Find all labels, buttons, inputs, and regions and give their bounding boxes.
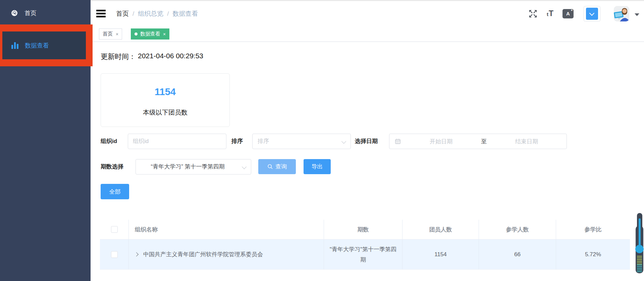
- tag-home[interactable]: 首页 ×: [99, 28, 122, 40]
- column-period: 期数: [324, 220, 402, 239]
- sidebar-item-home[interactable]: 首页: [0, 5, 91, 21]
- member-count-label: 本级以下团员数: [101, 108, 229, 117]
- data-table: 组织名称 期数 团员人数 参学人数 参学比 中国共产主义青年团广州软件学院管理系…: [100, 220, 630, 270]
- table-row[interactable]: 中国共产主义青年团广州软件学院管理系委员会 "青年大学习"第十一季第四期 115…: [100, 239, 630, 270]
- breadcrumb-separator: /: [167, 10, 169, 17]
- tag-home-label: 首页: [103, 31, 113, 37]
- org-id-label: 组织id: [101, 134, 117, 149]
- sidebar: 首页 数据查看: [0, 0, 91, 281]
- thermometer-scrollbar[interactable]: [635, 213, 644, 275]
- tags-view-bar: 首页 × 数据查看 ×: [91, 26, 644, 42]
- app-root: 首页 数据查看 首页 / 组织总览 / 数据查看 tT A*: [0, 0, 644, 281]
- org-id-input[interactable]: [128, 134, 226, 149]
- navbar: 首页 / 组织总览 / 数据查看 tT A*: [91, 1, 644, 26]
- period-select-value: “青年大学习” 第十一季第四期: [136, 159, 239, 174]
- select-all-checkbox[interactable]: [111, 226, 118, 233]
- row-participation-rate: 5.72%: [556, 239, 630, 269]
- theme-dropdown[interactable]: [584, 6, 600, 21]
- export-button-label: 导出: [312, 163, 323, 170]
- row-period: "青年大学习"第十一季第四期: [324, 244, 402, 265]
- query-button[interactable]: 查询: [258, 159, 296, 174]
- tag-data-view-active[interactable]: 数据查看 ×: [131, 28, 169, 40]
- all-button-label: 全部: [109, 188, 121, 196]
- column-participant-count: 参学人数: [479, 220, 556, 239]
- user-avatar[interactable]: [614, 6, 629, 21]
- chevron-down-icon: [586, 8, 598, 20]
- navbar-actions: tT A*: [529, 1, 639, 26]
- bar-chart-icon: [11, 42, 18, 49]
- close-icon[interactable]: ×: [116, 31, 118, 37]
- org-id-field: [128, 134, 226, 149]
- avatar-illustration: [614, 6, 629, 21]
- chevron-down-icon: [242, 164, 247, 169]
- thermometer-stripes-teal: [637, 265, 642, 273]
- all-button[interactable]: 全部: [101, 184, 129, 199]
- column-org-name: 组织名称: [129, 220, 324, 239]
- sort-select[interactable]: 排序: [252, 134, 351, 149]
- column-participation-rate: 参学比: [556, 220, 630, 239]
- select-all-cell: [100, 220, 129, 239]
- sort-label: 排序: [231, 134, 243, 149]
- row-participant-count: 66: [479, 239, 556, 269]
- expand-row-icon[interactable]: [134, 252, 139, 257]
- close-icon[interactable]: ×: [163, 31, 166, 37]
- export-button[interactable]: 导出: [304, 159, 331, 174]
- active-dot: [135, 32, 138, 36]
- update-time-label: 更新时间：: [101, 52, 136, 61]
- translate-icon[interactable]: A*: [562, 9, 574, 18]
- date-range-separator: 至: [481, 138, 487, 145]
- breadcrumb-item-org-overview[interactable]: 组织总览: [138, 9, 163, 18]
- breadcrumb: 首页 / 组织总览 / 数据查看: [116, 1, 198, 26]
- date-range-picker[interactable]: 开始日期 至 结束日期: [389, 134, 567, 149]
- breadcrumb-item-home[interactable]: 首页: [116, 9, 129, 18]
- update-time-value: 2021-04-06 00:29:53: [138, 52, 203, 61]
- sidebar-item-home-label: 首页: [24, 9, 37, 17]
- date-start-placeholder[interactable]: 开始日期: [401, 138, 481, 145]
- row-member-count: 1154: [402, 239, 479, 269]
- breadcrumb-item-data-view: 数据查看: [173, 9, 198, 18]
- chevron-down-icon: [341, 139, 346, 144]
- row-org-name-cell: 中国共产主义青年团广州软件学院管理系委员会: [129, 239, 324, 269]
- font-size-icon[interactable]: tT: [547, 10, 554, 17]
- breadcrumb-separator: /: [132, 10, 134, 17]
- sort-select-placeholder: 排序: [258, 134, 269, 149]
- period-select[interactable]: “青年大学习” 第十一季第四期: [136, 159, 251, 174]
- row-checkbox[interactable]: [111, 251, 118, 258]
- member-count-card: 1154 本级以下团员数: [101, 73, 230, 127]
- tag-data-view-label: 数据查看: [140, 31, 160, 37]
- column-member-count: 团员人数: [402, 220, 479, 239]
- table-header-row: 组织名称 期数 团员人数 参学人数 参学比: [100, 220, 630, 239]
- row-org-name: 中国共产主义青年团广州软件学院管理系委员会: [143, 251, 263, 258]
- search-icon: [267, 164, 273, 169]
- dashboard-icon: [11, 10, 18, 16]
- caret-down-icon[interactable]: [635, 13, 639, 16]
- thermometer-bulb: [635, 245, 644, 253]
- row-period-cell: "青年大学习"第十一季第四期: [324, 239, 402, 269]
- date-end-placeholder[interactable]: 结束日期: [487, 138, 567, 145]
- row-select-cell: [100, 239, 129, 269]
- calendar-icon: [394, 138, 401, 145]
- fullscreen-icon[interactable]: [529, 9, 537, 18]
- hamburger-icon[interactable]: [96, 10, 106, 18]
- member-count-value: 1154: [101, 86, 229, 97]
- sidebar-item-data-view[interactable]: 数据查看: [2, 31, 86, 59]
- period-label: 期数选择: [101, 159, 123, 174]
- update-time: 更新时间： 2021-04-06 00:29:53: [101, 52, 203, 61]
- query-button-label: 查询: [275, 163, 287, 170]
- thermometer-stripes-yellow: [637, 256, 642, 265]
- date-label: 选择日期: [355, 134, 378, 149]
- sidebar-item-data-view-label: 数据查看: [25, 42, 49, 50]
